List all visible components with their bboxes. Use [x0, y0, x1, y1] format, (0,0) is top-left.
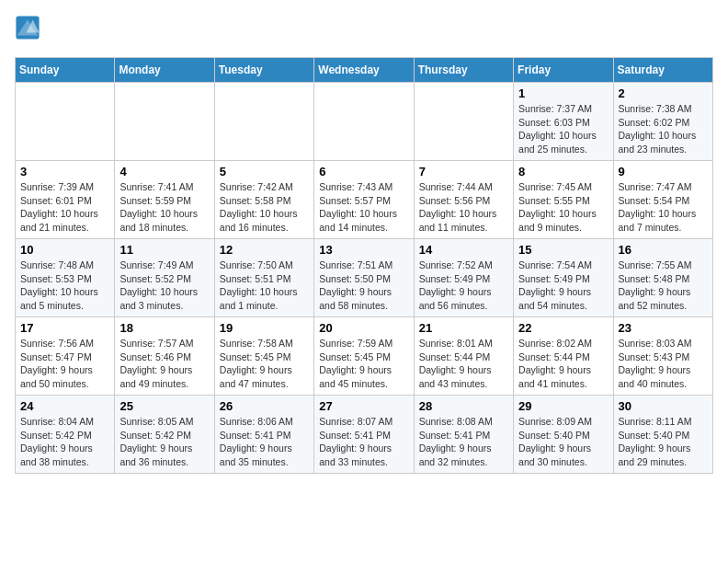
- calendar-cell: 17Sunrise: 7:56 AM Sunset: 5:47 PM Dayli…: [16, 317, 115, 396]
- day-detail: Sunrise: 7:57 AM Sunset: 5:46 PM Dayligh…: [119, 338, 193, 389]
- day-number: 15: [518, 243, 608, 257]
- calendar-cell: 5Sunrise: 7:42 AM Sunset: 5:58 PM Daylig…: [214, 161, 313, 239]
- calendar-cell: 11Sunrise: 7:49 AM Sunset: 5:52 PM Dayli…: [115, 239, 214, 317]
- day-detail: Sunrise: 7:38 AM Sunset: 6:02 PM Dayligh…: [619, 103, 697, 155]
- day-detail: Sunrise: 8:09 AM Sunset: 5:40 PM Dayligh…: [518, 416, 592, 467]
- day-detail: Sunrise: 7:42 AM Sunset: 5:58 PM Dayligh…: [220, 181, 298, 233]
- calendar-cell: 28Sunrise: 8:08 AM Sunset: 5:41 PM Dayli…: [414, 396, 513, 474]
- day-number: 20: [319, 321, 408, 335]
- day-detail: Sunrise: 8:05 AM Sunset: 5:42 PM Dayligh…: [119, 416, 193, 467]
- day-detail: Sunrise: 8:08 AM Sunset: 5:41 PM Dayligh…: [419, 416, 493, 467]
- calendar-cell: 23Sunrise: 8:03 AM Sunset: 5:43 PM Dayli…: [613, 317, 712, 396]
- day-number: 30: [619, 399, 708, 413]
- weekday-header-sunday: Sunday: [16, 58, 115, 83]
- day-number: 26: [220, 399, 309, 413]
- day-number: 11: [119, 243, 209, 257]
- day-detail: Sunrise: 7:47 AM Sunset: 5:54 PM Dayligh…: [619, 181, 697, 233]
- day-detail: Sunrise: 7:41 AM Sunset: 5:59 PM Dayligh…: [119, 181, 198, 233]
- day-detail: Sunrise: 7:43 AM Sunset: 5:57 PM Dayligh…: [319, 181, 397, 233]
- day-detail: Sunrise: 7:51 AM Sunset: 5:50 PM Dayligh…: [319, 259, 392, 311]
- logo-icon: [15, 15, 40, 40]
- day-detail: Sunrise: 7:55 AM Sunset: 5:48 PM Dayligh…: [619, 259, 692, 311]
- calendar-cell: [214, 83, 313, 161]
- calendar-cell: 18Sunrise: 7:57 AM Sunset: 5:46 PM Dayli…: [115, 317, 214, 396]
- calendar-cell: 4Sunrise: 7:41 AM Sunset: 5:59 PM Daylig…: [115, 161, 214, 239]
- calendar-table: SundayMondayTuesdayWednesdayThursdayFrid…: [15, 57, 713, 474]
- day-number: 25: [119, 399, 209, 413]
- weekday-header-wednesday: Wednesday: [314, 58, 414, 83]
- day-detail: Sunrise: 7:48 AM Sunset: 5:53 PM Dayligh…: [20, 259, 98, 311]
- calendar-cell: 27Sunrise: 8:07 AM Sunset: 5:41 PM Dayli…: [314, 396, 414, 474]
- calendar-cell: 7Sunrise: 7:44 AM Sunset: 5:56 PM Daylig…: [414, 161, 513, 239]
- calendar-cell: 6Sunrise: 7:43 AM Sunset: 5:57 PM Daylig…: [314, 161, 414, 239]
- calendar-cell: [16, 83, 115, 161]
- day-number: 18: [119, 321, 209, 335]
- calendar-cell: 29Sunrise: 8:09 AM Sunset: 5:40 PM Dayli…: [514, 396, 613, 474]
- day-number: 14: [419, 243, 508, 257]
- day-number: 19: [220, 321, 309, 335]
- day-number: 21: [419, 321, 508, 335]
- calendar-cell: 21Sunrise: 8:01 AM Sunset: 5:44 PM Dayli…: [414, 317, 513, 396]
- day-number: 29: [518, 399, 608, 413]
- day-detail: Sunrise: 7:59 AM Sunset: 5:45 PM Dayligh…: [319, 338, 392, 389]
- day-detail: Sunrise: 7:58 AM Sunset: 5:45 PM Dayligh…: [220, 338, 293, 389]
- calendar-cell: 22Sunrise: 8:02 AM Sunset: 5:44 PM Dayli…: [514, 317, 613, 396]
- day-number: 9: [619, 165, 708, 178]
- day-number: 24: [20, 399, 109, 413]
- calendar-cell: 14Sunrise: 7:52 AM Sunset: 5:49 PM Dayli…: [414, 239, 513, 317]
- day-number: 16: [619, 243, 708, 257]
- calendar-cell: 1Sunrise: 7:37 AM Sunset: 6:03 PM Daylig…: [514, 83, 613, 161]
- logo: [15, 15, 44, 40]
- day-number: 1: [518, 86, 608, 100]
- calendar-cell: 10Sunrise: 7:48 AM Sunset: 5:53 PM Dayli…: [16, 239, 115, 317]
- day-detail: Sunrise: 8:06 AM Sunset: 5:41 PM Dayligh…: [220, 416, 293, 467]
- calendar-cell: 25Sunrise: 8:05 AM Sunset: 5:42 PM Dayli…: [115, 396, 214, 474]
- day-detail: Sunrise: 7:45 AM Sunset: 5:55 PM Dayligh…: [518, 181, 597, 233]
- weekday-header-thursday: Thursday: [414, 58, 513, 83]
- calendar-cell: [115, 83, 214, 161]
- day-detail: Sunrise: 8:02 AM Sunset: 5:44 PM Dayligh…: [518, 338, 592, 389]
- day-detail: Sunrise: 7:44 AM Sunset: 5:56 PM Dayligh…: [419, 181, 497, 233]
- day-number: 12: [220, 243, 309, 257]
- calendar-cell: 15Sunrise: 7:54 AM Sunset: 5:49 PM Dayli…: [514, 239, 613, 317]
- calendar-cell: 3Sunrise: 7:39 AM Sunset: 6:01 PM Daylig…: [16, 161, 115, 239]
- day-detail: Sunrise: 7:37 AM Sunset: 6:03 PM Dayligh…: [518, 103, 597, 155]
- day-detail: Sunrise: 7:52 AM Sunset: 5:49 PM Dayligh…: [419, 259, 493, 311]
- day-number: 27: [319, 399, 408, 413]
- day-number: 2: [619, 86, 708, 100]
- day-detail: Sunrise: 7:49 AM Sunset: 5:52 PM Dayligh…: [119, 259, 198, 311]
- day-detail: Sunrise: 8:03 AM Sunset: 5:43 PM Dayligh…: [619, 338, 692, 389]
- calendar-cell: 13Sunrise: 7:51 AM Sunset: 5:50 PM Dayli…: [314, 239, 414, 317]
- day-detail: Sunrise: 7:54 AM Sunset: 5:49 PM Dayligh…: [518, 259, 592, 311]
- calendar-cell: 8Sunrise: 7:45 AM Sunset: 5:55 PM Daylig…: [514, 161, 613, 239]
- calendar-cell: [414, 83, 513, 161]
- calendar-cell: 30Sunrise: 8:11 AM Sunset: 5:40 PM Dayli…: [613, 396, 712, 474]
- day-detail: Sunrise: 8:07 AM Sunset: 5:41 PM Dayligh…: [319, 416, 392, 467]
- day-number: 8: [518, 165, 608, 178]
- calendar-cell: 9Sunrise: 7:47 AM Sunset: 5:54 PM Daylig…: [613, 161, 712, 239]
- calendar-cell: 26Sunrise: 8:06 AM Sunset: 5:41 PM Dayli…: [214, 396, 313, 474]
- calendar-cell: [314, 83, 414, 161]
- day-number: 7: [419, 165, 508, 178]
- calendar-cell: 20Sunrise: 7:59 AM Sunset: 5:45 PM Dayli…: [314, 317, 414, 396]
- day-number: 10: [20, 243, 109, 257]
- calendar-cell: 2Sunrise: 7:38 AM Sunset: 6:02 PM Daylig…: [613, 83, 712, 161]
- calendar-cell: 19Sunrise: 7:58 AM Sunset: 5:45 PM Dayli…: [214, 317, 313, 396]
- calendar-cell: 12Sunrise: 7:50 AM Sunset: 5:51 PM Dayli…: [214, 239, 313, 317]
- weekday-header-monday: Monday: [115, 58, 214, 83]
- day-number: 5: [220, 165, 309, 178]
- day-detail: Sunrise: 8:04 AM Sunset: 5:42 PM Dayligh…: [20, 416, 94, 467]
- weekday-header-tuesday: Tuesday: [214, 58, 313, 83]
- day-number: 4: [119, 165, 209, 178]
- day-detail: Sunrise: 7:50 AM Sunset: 5:51 PM Dayligh…: [220, 259, 298, 311]
- day-number: 23: [619, 321, 708, 335]
- day-detail: Sunrise: 7:39 AM Sunset: 6:01 PM Dayligh…: [20, 181, 98, 233]
- calendar-cell: 16Sunrise: 7:55 AM Sunset: 5:48 PM Dayli…: [613, 239, 712, 317]
- day-detail: Sunrise: 8:11 AM Sunset: 5:40 PM Dayligh…: [619, 416, 692, 467]
- day-number: 3: [20, 165, 109, 178]
- day-number: 28: [419, 399, 508, 413]
- day-number: 6: [319, 165, 408, 178]
- day-number: 17: [20, 321, 109, 335]
- weekday-header-saturday: Saturday: [613, 58, 712, 83]
- day-detail: Sunrise: 8:01 AM Sunset: 5:44 PM Dayligh…: [419, 338, 493, 389]
